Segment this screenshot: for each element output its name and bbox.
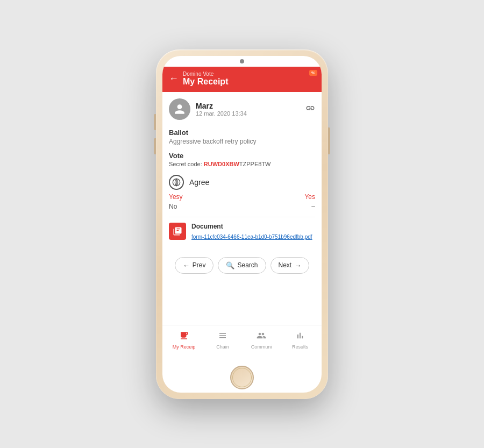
link-icon[interactable] [305,103,315,115]
nav-chain[interactable]: Chain [203,331,242,350]
nav-results[interactable]: Results [281,331,319,350]
yesy-label: Yesy [169,193,183,201]
prev-button[interactable]: ← Prev [175,257,214,274]
user-info: Marz 12 mar. 2020 13:34 [169,98,247,120]
app-name: Domino Vote [183,71,228,77]
page-title: My Receipt [183,77,228,87]
power-button [328,127,330,154]
nav-buttons: ← Prev 🔍 Search Next → [169,253,315,278]
phone-frame: ← Domino Vote My Receipt % [156,49,328,399]
results-label: Results [292,344,308,350]
camera [240,59,244,63]
yes-votes-row: Yesy Yes [169,193,315,201]
yes-value: Yes [304,193,315,201]
header-text: Domino Vote My Receipt [183,71,228,87]
no-value: – [311,203,315,210]
document-text: Document form-11cfc034-6466-11ea-b1d0-b7… [191,223,315,241]
document-icon [169,223,186,240]
user-name: Marz [196,102,247,110]
vote-circle-icon [169,175,184,190]
chain-icon [218,331,227,343]
community-label: Communi [251,344,272,350]
vote-option: Agree [169,175,315,190]
chain-label: Chain [216,344,229,350]
document-row: Document form-11cfc034-6466-11ea-b1d0-b7… [169,217,315,246]
bottom-nav: My Receip Chain Communi [162,325,322,355]
volume-up-button [154,114,156,130]
ballot-label: Ballot [169,129,315,137]
vote-label: Vote [169,152,315,160]
vote-option-name: Agree [189,178,209,187]
home-button[interactable] [230,366,254,389]
prev-label: Prev [193,261,206,269]
results-icon [295,331,305,343]
app-header: ← Domino Vote My Receipt % [162,67,322,92]
secret-code-red: RUWD0XBW [204,161,239,167]
document-link[interactable]: form-11cfc034-6466-11ea-b1d0-b751b96edfb… [191,234,312,240]
avatar [169,98,190,120]
secret-code-rest: TZPPE8TW [239,161,271,167]
search-icon: 🔍 [226,261,234,269]
next-icon: → [294,261,301,269]
document-title: Document [191,223,315,230]
user-row: Marz 12 mar. 2020 13:34 [169,98,315,120]
phone-screen: ← Domino Vote My Receipt % [162,56,322,393]
back-button[interactable]: ← [169,73,179,84]
next-button[interactable]: Next → [271,257,310,274]
ballot-value: Aggressive backoff retry policy [169,138,315,145]
app-screen: ← Domino Vote My Receipt % [162,67,322,355]
secret-code: Secret code: RUWD0XBWTZPPE8TW [169,161,315,167]
home-button-ring [232,368,252,387]
notification-badge: % [309,70,317,76]
next-label: Next [279,261,292,269]
my-receipt-label: My Receip [173,344,196,350]
search-button[interactable]: 🔍 Search [218,257,266,274]
volume-down-button [154,138,156,154]
nav-community[interactable]: Communi [242,331,281,350]
user-date: 12 mar. 2020 13:34 [196,110,247,117]
my-receipt-icon [179,331,189,343]
no-label: No [169,203,177,210]
user-details: Marz 12 mar. 2020 13:34 [196,102,247,117]
prev-icon: ← [183,261,190,269]
community-icon [257,331,266,343]
no-votes-row: No – [169,203,315,210]
search-label: Search [237,261,258,269]
content-area: Marz 12 mar. 2020 13:34 Ballot Aggressiv… [162,92,322,355]
nav-my-receipt[interactable]: My Receip [165,331,203,350]
